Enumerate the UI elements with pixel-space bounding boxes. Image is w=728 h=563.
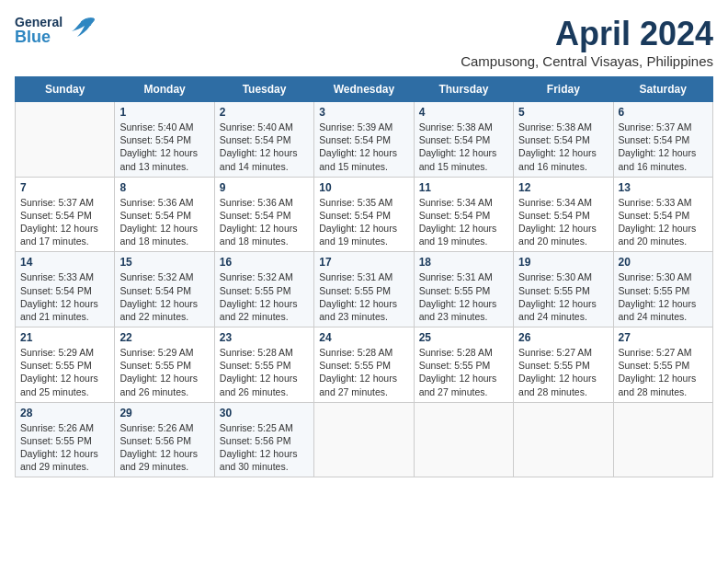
day-number: 2 <box>220 106 309 119</box>
day-info: Sunrise: 5:26 AM Sunset: 5:56 PM Dayligh… <box>119 421 209 474</box>
day-number: 12 <box>518 181 608 194</box>
calendar-cell: 17Sunrise: 5:31 AM Sunset: 5:55 PM Dayli… <box>314 252 414 327</box>
calendar-cell: 21Sunrise: 5:29 AM Sunset: 5:55 PM Dayli… <box>16 327 115 403</box>
day-info: Sunrise: 5:36 AM Sunset: 5:54 PM Dayligh… <box>119 196 209 248</box>
calendar-cell <box>514 402 613 477</box>
day-number: 13 <box>619 181 708 194</box>
day-number: 6 <box>619 106 708 119</box>
day-number: 24 <box>319 331 408 344</box>
calendar-cell: 14Sunrise: 5:33 AM Sunset: 5:54 PM Dayli… <box>16 252 115 327</box>
day-info: Sunrise: 5:31 AM Sunset: 5:55 PM Dayligh… <box>319 270 408 323</box>
logo-text-block: General Blue <box>15 16 63 45</box>
calendar-cell: 1Sunrise: 5:40 AM Sunset: 5:54 PM Daylig… <box>115 102 214 178</box>
day-number: 29 <box>119 407 209 419</box>
calendar-cell: 3Sunrise: 5:39 AM Sunset: 5:54 PM Daylig… <box>314 102 414 178</box>
day-info: Sunrise: 5:34 AM Sunset: 5:54 PM Dayligh… <box>518 196 608 248</box>
calendar-cell: 26Sunrise: 5:27 AM Sunset: 5:55 PM Dayli… <box>514 327 613 403</box>
calendar-header-friday: Friday <box>514 77 613 102</box>
calendar-cell: 29Sunrise: 5:26 AM Sunset: 5:56 PM Dayli… <box>115 402 214 477</box>
day-info: Sunrise: 5:35 AM Sunset: 5:54 PM Dayligh… <box>319 196 408 248</box>
calendar-cell: 22Sunrise: 5:29 AM Sunset: 5:55 PM Dayli… <box>115 327 214 403</box>
day-info: Sunrise: 5:29 AM Sunset: 5:55 PM Dayligh… <box>20 346 109 398</box>
day-number: 18 <box>419 256 508 269</box>
day-info: Sunrise: 5:27 AM Sunset: 5:55 PM Dayligh… <box>518 346 608 398</box>
calendar-header-sunday: Sunday <box>16 77 115 102</box>
calendar-cell: 10Sunrise: 5:35 AM Sunset: 5:54 PM Dayli… <box>314 177 414 252</box>
calendar-cell: 24Sunrise: 5:28 AM Sunset: 5:55 PM Dayli… <box>314 327 414 403</box>
calendar-week-row: 28Sunrise: 5:26 AM Sunset: 5:55 PM Dayli… <box>16 402 713 477</box>
calendar-cell: 27Sunrise: 5:27 AM Sunset: 5:55 PM Dayli… <box>613 327 712 403</box>
day-number: 15 <box>119 256 209 269</box>
calendar-cell: 30Sunrise: 5:25 AM Sunset: 5:56 PM Dayli… <box>214 402 313 477</box>
calendar-cell: 16Sunrise: 5:32 AM Sunset: 5:55 PM Dayli… <box>214 252 313 327</box>
day-info: Sunrise: 5:26 AM Sunset: 5:55 PM Dayligh… <box>20 421 109 474</box>
calendar-week-row: 7Sunrise: 5:37 AM Sunset: 5:54 PM Daylig… <box>16 177 713 252</box>
day-number: 21 <box>20 331 109 344</box>
calendar-cell: 12Sunrise: 5:34 AM Sunset: 5:54 PM Dayli… <box>514 177 613 252</box>
day-info: Sunrise: 5:28 AM Sunset: 5:55 PM Dayligh… <box>419 346 508 398</box>
day-number: 17 <box>319 256 408 269</box>
calendar-cell <box>414 402 513 477</box>
day-info: Sunrise: 5:37 AM Sunset: 5:54 PM Dayligh… <box>20 196 109 248</box>
subtitle: Campusong, Central Visayas, Philippines <box>461 53 713 69</box>
day-info: Sunrise: 5:36 AM Sunset: 5:54 PM Dayligh… <box>220 196 309 248</box>
day-number: 10 <box>319 181 408 194</box>
day-number: 28 <box>20 407 109 419</box>
day-number: 5 <box>518 106 608 119</box>
calendar-cell <box>613 402 712 477</box>
day-number: 11 <box>419 181 508 194</box>
calendar-header-thursday: Thursday <box>414 77 513 102</box>
calendar-cell: 20Sunrise: 5:30 AM Sunset: 5:55 PM Dayli… <box>613 252 712 327</box>
day-number: 7 <box>20 181 109 194</box>
day-number: 14 <box>20 256 109 269</box>
calendar-week-row: 14Sunrise: 5:33 AM Sunset: 5:54 PM Dayli… <box>16 252 713 327</box>
calendar-header-wednesday: Wednesday <box>314 77 414 102</box>
day-info: Sunrise: 5:28 AM Sunset: 5:55 PM Dayligh… <box>220 346 309 398</box>
calendar-cell: 6Sunrise: 5:37 AM Sunset: 5:54 PM Daylig… <box>613 102 712 178</box>
day-number: 1 <box>119 106 209 119</box>
day-number: 23 <box>220 331 309 344</box>
day-info: Sunrise: 5:34 AM Sunset: 5:54 PM Dayligh… <box>419 196 508 248</box>
calendar-cell: 5Sunrise: 5:38 AM Sunset: 5:54 PM Daylig… <box>514 102 613 178</box>
day-number: 26 <box>518 331 608 344</box>
day-info: Sunrise: 5:40 AM Sunset: 5:54 PM Dayligh… <box>220 121 309 173</box>
day-info: Sunrise: 5:30 AM Sunset: 5:55 PM Dayligh… <box>518 270 608 323</box>
day-info: Sunrise: 5:37 AM Sunset: 5:54 PM Dayligh… <box>619 121 708 173</box>
day-info: Sunrise: 5:33 AM Sunset: 5:54 PM Dayligh… <box>619 196 708 248</box>
calendar-header-saturday: Saturday <box>613 77 712 102</box>
day-info: Sunrise: 5:40 AM Sunset: 5:54 PM Dayligh… <box>119 121 209 173</box>
day-number: 16 <box>220 256 309 269</box>
day-number: 27 <box>619 331 708 344</box>
calendar-week-row: 21Sunrise: 5:29 AM Sunset: 5:55 PM Dayli… <box>16 327 713 403</box>
day-info: Sunrise: 5:32 AM Sunset: 5:54 PM Dayligh… <box>119 270 209 323</box>
calendar-cell: 18Sunrise: 5:31 AM Sunset: 5:55 PM Dayli… <box>414 252 513 327</box>
logo-blue: Blue <box>15 29 63 45</box>
day-info: Sunrise: 5:30 AM Sunset: 5:55 PM Dayligh… <box>619 270 708 323</box>
calendar-cell: 8Sunrise: 5:36 AM Sunset: 5:54 PM Daylig… <box>115 177 214 252</box>
day-number: 8 <box>119 181 209 194</box>
calendar-cell <box>16 102 115 178</box>
calendar-table: SundayMondayTuesdayWednesdayThursdayFrid… <box>15 76 713 477</box>
day-number: 30 <box>220 407 309 419</box>
day-info: Sunrise: 5:32 AM Sunset: 5:55 PM Dayligh… <box>220 270 309 323</box>
day-number: 20 <box>619 256 708 269</box>
calendar-cell: 7Sunrise: 5:37 AM Sunset: 5:54 PM Daylig… <box>16 177 115 252</box>
day-info: Sunrise: 5:28 AM Sunset: 5:55 PM Dayligh… <box>319 346 408 398</box>
day-info: Sunrise: 5:38 AM Sunset: 5:54 PM Dayligh… <box>419 121 508 173</box>
calendar-cell: 19Sunrise: 5:30 AM Sunset: 5:55 PM Dayli… <box>514 252 613 327</box>
calendar-cell: 25Sunrise: 5:28 AM Sunset: 5:55 PM Dayli… <box>414 327 513 403</box>
calendar-header-row: SundayMondayTuesdayWednesdayThursdayFrid… <box>16 77 713 102</box>
day-info: Sunrise: 5:27 AM Sunset: 5:55 PM Dayligh… <box>619 346 708 398</box>
calendar-week-row: 1Sunrise: 5:40 AM Sunset: 5:54 PM Daylig… <box>16 102 713 178</box>
day-info: Sunrise: 5:29 AM Sunset: 5:55 PM Dayligh… <box>119 346 209 398</box>
day-info: Sunrise: 5:25 AM Sunset: 5:56 PM Dayligh… <box>220 421 309 474</box>
header: General Blue April 2024 Campusong, Centr… <box>15 15 713 69</box>
day-number: 19 <box>518 256 608 269</box>
day-info: Sunrise: 5:33 AM Sunset: 5:54 PM Dayligh… <box>20 270 109 323</box>
calendar-cell: 28Sunrise: 5:26 AM Sunset: 5:55 PM Dayli… <box>16 402 115 477</box>
calendar-cell <box>314 402 414 477</box>
calendar-header-monday: Monday <box>115 77 214 102</box>
day-info: Sunrise: 5:31 AM Sunset: 5:55 PM Dayligh… <box>419 270 508 323</box>
calendar-cell: 13Sunrise: 5:33 AM Sunset: 5:54 PM Dayli… <box>613 177 712 252</box>
logo-bird-icon <box>68 15 97 46</box>
